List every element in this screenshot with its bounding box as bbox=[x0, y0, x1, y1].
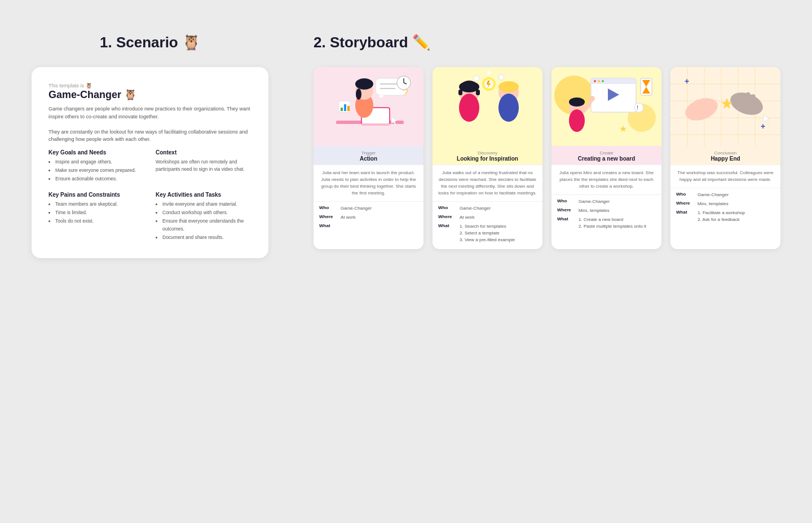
card-image-create: ★ ! bbox=[551, 67, 661, 146]
persona-label: This template is 🦉 bbox=[48, 83, 136, 88]
storyboard-card-create: ★ ! Create Creating a new board Julia op… bbox=[551, 67, 661, 249]
card-label-conclusion: Conclusion Happy End bbox=[670, 146, 780, 165]
svg-rect-14 bbox=[341, 108, 343, 111]
svg-rect-3 bbox=[361, 123, 390, 126]
card-label-discovery: Discovery Looking for Inspiration bbox=[433, 146, 542, 165]
card-phase-sub-trigger: Action bbox=[319, 156, 418, 162]
svg-point-27 bbox=[498, 94, 519, 122]
card-desc-trigger: Julia and her team want to launch the pr… bbox=[314, 165, 423, 202]
svg-rect-16 bbox=[347, 106, 350, 111]
svg-point-32 bbox=[498, 74, 504, 80]
svg-text:!: ! bbox=[637, 105, 638, 111]
svg-text:+: + bbox=[685, 77, 689, 86]
card-desc-create: Julia opens Miro and creates a new board… bbox=[551, 165, 661, 195]
context-text: Workshops are often run remotely and par… bbox=[156, 158, 251, 173]
detail-row-what-d: What 1. Search for templates2. Select a … bbox=[438, 223, 537, 243]
card-label-trigger: Trigger Action bbox=[314, 146, 423, 165]
card-phase-sub-discovery: Looking for Inspiration bbox=[438, 156, 537, 162]
scenario-col-pains: Key Pains and Constraints Team members a… bbox=[48, 192, 144, 242]
svg-rect-15 bbox=[344, 104, 346, 111]
goals-title: Key Goals and Needs bbox=[48, 149, 144, 156]
detail-row-who-c: Who Game-Changer bbox=[557, 198, 656, 205]
detail-row-where-co: Where Miro, templates bbox=[676, 201, 775, 207]
goals-text: Inspire and engage others. Make sure eve… bbox=[48, 158, 144, 183]
detail-row-what-c: What 1. Create a new board2. Paste multi… bbox=[557, 216, 656, 230]
svg-point-42 bbox=[598, 80, 600, 82]
card-phase-discovery: Discovery bbox=[438, 150, 537, 156]
pains-title: Key Pains and Constraints bbox=[48, 192, 144, 198]
scenario-header: This template is 🦉 Game-Changer 🦉 bbox=[48, 83, 251, 101]
svg-point-54 bbox=[634, 103, 643, 112]
card-label-create: Create Creating a new board bbox=[551, 146, 661, 165]
storyboard-section: 2. Storyboard ✏️ bbox=[314, 34, 780, 258]
card-desc-discovery: Julia walks out of a meeting frustrated … bbox=[433, 165, 542, 202]
detail-row-where-c: Where Miro, templates bbox=[557, 207, 656, 214]
svg-text:★: ★ bbox=[619, 124, 627, 134]
svg-point-50 bbox=[569, 109, 585, 132]
detail-row-who-co: Who Game-Changer bbox=[676, 192, 775, 198]
card-phase-sub-create: Creating a new board bbox=[557, 156, 656, 162]
svg-point-49 bbox=[569, 97, 585, 107]
page-wrapper: 1. Scenario 🦉 This template is 🦉 Game-Ch… bbox=[0, 0, 812, 523]
card-phase-conclusion: Conclusion bbox=[676, 150, 775, 156]
activities-title: Key Activities and Tasks bbox=[156, 192, 251, 198]
scenario-col-context: Context Workshops are often run remotely… bbox=[156, 149, 251, 184]
detail-row-where-d: Where At work bbox=[438, 214, 537, 221]
detail-row-where: Where At work bbox=[319, 214, 418, 221]
svg-rect-35 bbox=[476, 90, 480, 95]
card-phase-sub-conclusion: Happy End bbox=[676, 156, 775, 162]
svg-point-43 bbox=[602, 80, 604, 82]
card-phase-trigger: Trigger bbox=[319, 150, 418, 156]
scenario-col-activities: Key Activities and Tasks Invite everyone… bbox=[156, 192, 251, 242]
scenario-section: 1. Scenario 🦉 This template is 🦉 Game-Ch… bbox=[32, 34, 268, 258]
card-phase-create: Create bbox=[557, 150, 656, 156]
svg-rect-34 bbox=[458, 90, 462, 95]
svg-point-31 bbox=[474, 76, 479, 81]
scenario-col-goals: Key Goals and Needs Inspire and engage o… bbox=[48, 149, 144, 184]
card-image-trigger: ? bbox=[314, 67, 423, 146]
detail-row-who: Who Game-Changer bbox=[319, 205, 418, 212]
storyboard-card-conclusion: + + Conclusion Happy End The workshop wa… bbox=[670, 67, 780, 249]
storyboard-card-trigger: ? bbox=[314, 67, 423, 249]
svg-point-33 bbox=[487, 70, 491, 75]
activities-text: Invite everyone and share material. Cond… bbox=[156, 201, 251, 241]
content-row: 1. Scenario 🦉 This template is 🦉 Game-Ch… bbox=[34, 34, 778, 258]
svg-text:+: + bbox=[761, 122, 765, 131]
context-title: Context bbox=[156, 149, 251, 156]
svg-point-24 bbox=[459, 94, 479, 122]
card-details-create: Who Game-Changer Where Miro, templates W… bbox=[551, 195, 661, 236]
persona-description: Game changers are people who introduce n… bbox=[48, 105, 251, 144]
card-image-discovery bbox=[433, 67, 542, 146]
card-desc-conclusion: The workshop was successful. Colleagues … bbox=[670, 165, 780, 188]
card-details-discovery: Who Game-Changer Where At work What 1. S… bbox=[433, 202, 542, 249]
detail-row-what-co: What 1. Facilitate a workshop2. Ask for … bbox=[676, 210, 775, 223]
detail-row-who-d: Who Game-Changer bbox=[438, 205, 537, 212]
svg-point-52 bbox=[589, 96, 595, 101]
persona-name: Game-Changer 🦉 bbox=[48, 88, 136, 101]
svg-point-26 bbox=[498, 81, 519, 92]
scenario-title: 1. Scenario 🦉 bbox=[100, 34, 200, 51]
card-image-conclusion: + + bbox=[670, 67, 780, 146]
pains-text: Team members are skeptical. Time is limi… bbox=[48, 201, 144, 225]
card-details-trigger: Who Game-Changer Where At work What bbox=[314, 202, 423, 234]
scenario-card: This template is 🦉 Game-Changer 🦉 Game c… bbox=[32, 67, 268, 258]
svg-point-7 bbox=[356, 88, 361, 100]
detail-row-what: What bbox=[319, 223, 418, 228]
storyboard-card-discovery: Discovery Looking for Inspiration Julia … bbox=[433, 67, 542, 249]
storyboard-cards: ? bbox=[314, 67, 780, 249]
scenario-columns-top: Key Goals and Needs Inspire and engage o… bbox=[48, 149, 251, 184]
storyboard-title: 2. Storyboard ✏️ bbox=[314, 34, 430, 51]
svg-point-41 bbox=[594, 80, 596, 82]
svg-point-6 bbox=[355, 78, 373, 90]
card-details-conclusion: Who Game-Changer Where Miro, templates W… bbox=[670, 188, 780, 229]
scenario-columns-bottom: Key Pains and Constraints Team members a… bbox=[48, 192, 251, 242]
